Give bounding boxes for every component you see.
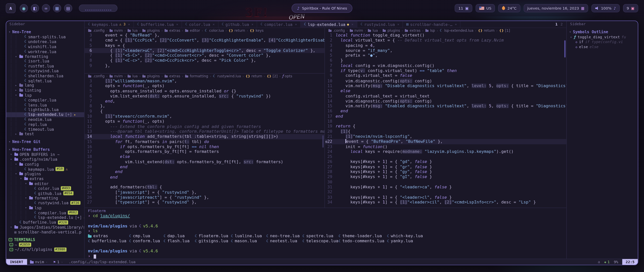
code-line[interactable]: 16 if opts.formatters_by_ft[ft] == nil t… [85,144,324,149]
tree-item-compiler-lua[interactable]: ││││ ☾compiler.lua#682 [6,210,84,215]
tree-item-smart-splits-lua[interactable]: ││ ☾smart-splits.lua [6,35,84,39]
file-entry-conform-lua[interactable]: ☾conform.lua [129,239,164,244]
tab-bufferline-lua[interactable]: ☾bufferline.lua× [134,21,182,27]
file-entry-telescope-lua[interactable]: ☾telescope.lua [302,239,339,244]
scrollbar[interactable] [323,135,324,148]
tree-item-lsp-extended-lu[interactable]: ││││ ☾lsp-extended.lu[+]✦ [6,215,84,220]
tab-number-2[interactable]: 2 [560,22,563,26]
file-entry-which-key-lua[interactable]: ☾which-key.lua [387,234,566,239]
file-entry-flash-lua[interactable]: ☾flash.lua [164,239,195,244]
code-line[interactable]: 17 opts.formatters_by_ft[ft] = formatter… [85,149,324,154]
code-line[interactable]: 8 { [1]"<C-c>", [2]"<cmd>CccPick<cr>", d… [85,58,324,63]
tab-color-lua[interactable]: ☾color.lua× [182,21,218,27]
close-icon[interactable]: × [128,22,130,26]
breadcrumb-item[interactable]: lua [368,28,378,32]
tree-item-worktree-lua[interactable]: ││ ☾worktree.lua [6,49,84,54]
music-widget[interactable]: ♪ Spiritbox - Rule Of Nines [292,4,352,13]
breadcrumb-item[interactable]: {}keys [250,28,264,32]
code-line[interactable]: 33 keys[#keys + 1] = { "<leader>cl", fal… [325,195,566,200]
search-input[interactable] [85,6,111,10]
close-icon[interactable]: × [252,22,254,26]
tree-item-config[interactable]: │▾config [6,162,84,166]
code-line[interactable]: 31 keys[#keys + 1] = { "<leader>ca", fal… [325,185,566,190]
code-line[interactable]: 14 vim.diagnostic.config(opts: config) [325,99,566,104]
file-entry-bufferline-lua[interactable]: ☾bufferline.lua [88,239,129,244]
file-entry-theme-loader-lua[interactable]: ☾theme-loader.lua [338,234,387,239]
code-line[interactable]: 9 config.virtual_text = false [325,73,566,78]
code-line[interactable]: 29 keys[#keys + 1] = { "gI", false } [325,175,566,180]
tree-item-lsp-extended-lu[interactable]: ││ ☾lsp-extended.lu[+]✦ [6,112,84,117]
code-line[interactable]: 17end [325,114,566,119]
code-line[interactable]: 16 end [325,109,566,114]
file-entry-neotest-lua[interactable]: ☾neotest.lua [266,239,302,244]
breadcrumb-item[interactable]: {}return [478,28,495,32]
code-line[interactable]: 25 ["javascript"] = { "rustywind" }, [85,190,324,195]
tree-item-formatting[interactable]: │││▾formatting [6,196,84,200]
code-line[interactable]: 20 [1]{ [325,129,566,134]
code-line[interactable]: 18 [325,119,566,124]
tree-item-lightbulb-lua[interactable]: ││ ☾lightbulb.lua [6,107,84,112]
tree-item-bufferline-lua[interactable]: │ ☾bufferline.lua#328 [6,220,84,225]
code-line[interactable]: 26 keys[#keys + 1] = { "gd", false } [325,159,566,164]
code-line[interactable]: 5 opts.ensure_installed = opts.ensure_in… [85,89,324,94]
breadcrumb-item[interactable]: extras [405,28,421,32]
tree-item-rustfmt-lua[interactable]: ││ ☾rustfmt.lua [6,64,84,69]
code-line[interactable]: 19return { [325,124,566,129]
power-button[interactable]: ◉ [20,4,28,12]
tree-item-github-lua[interactable]: ││││ ☾github.lua#654 [6,191,84,196]
code-line[interactable]: 4 source = "if_many", [325,48,566,53]
tab-github-lua[interactable]: ☾github.lua× [218,21,257,27]
tree-item-juegos-indies-steamlibrary-st[interactable]: ▾Juegos/Indies/SteamLibrary/st [6,225,84,230]
code-line[interactable]: 27 ["typescript"] = { "rustywind" }, [85,200,324,205]
volume-module[interactable]: 100%♪ [591,4,620,12]
code-line[interactable]: 6 { [1]"<leader>uC", [2]"<cmd>CccHighlig… [85,48,324,53]
weather-module[interactable]: 24°C [498,4,520,12]
code-line[interactable]: 2 local virtual_text = { -- Default virt… [325,38,566,43]
tree-item-isort-lua[interactable]: ││ ☾isort.lua [6,59,84,63]
tree-item-sqlfmt-lua[interactable]: ││ ☾sqlfmt.lua [6,78,84,83]
breadcrumb-item[interactable]: .config [328,28,345,32]
file-entry-spectre-lua[interactable]: ☾spectre.lua [302,234,339,239]
tab-compiler-lua[interactable]: ☾compiler.lua× [257,21,301,27]
code-line[interactable]: 12 else [325,88,566,93]
tree-item-linting[interactable]: │▸linting [6,88,84,93]
breadcrumb-item[interactable]: .config [88,28,104,32]
breadcrumb-item[interactable]: nvim [109,74,123,78]
tree-item-compiler-lua[interactable]: ││ ☾compiler.lua [6,98,84,103]
tab-keymaps-lua[interactable]: ☾keymaps.lua⚠ 3× [85,21,134,27]
breadcrumb-item[interactable]: {}[2] [267,74,277,78]
tree-item-config-nvim-lua[interactable]: ▾.config/nvim/lua [6,157,84,162]
tab-lsp-extended-lua[interactable]: ☾lsp-extended.lua●× [301,21,357,27]
file-entry-yanky-lua[interactable]: ☾yanky.lua [387,239,566,244]
tree-item-editor[interactable]: │││▾editor [6,181,84,186]
code-line[interactable]: 8 }, [85,104,324,109]
code-line[interactable]: 26 ["javascriptreact"] = { "rustywind" }… [85,195,324,200]
code-line[interactable]: 4 opts = function(_, opts) [85,84,324,89]
file-entry-dap-lua[interactable]: ☾dap.lua [164,234,195,239]
breadcrumb-item[interactable]: plugins [142,74,160,78]
code-line[interactable]: 6 vim.list_extend(dst: opts.ensure_insta… [85,94,324,99]
tree-item-formatting[interactable]: │▾formatting [6,54,84,59]
code-line[interactable]: 5 prefix = "●", [325,53,566,58]
code-line[interactable]: 7 end, [85,99,324,104]
breadcrumb-item[interactable]: ☾lsp-extended.lua [440,28,473,32]
tree-item-item[interactable]: ›~#2859 [6,242,84,247]
code-line[interactable]: 24 local keys = require(modname: "lazyvi… [325,149,566,154]
breadcrumb-item[interactable]: ƒopts [282,74,292,78]
floaterm-terminal[interactable]: ›cdlua/plugins/ nvim/lua/pluginsvia☾v5.4… [85,213,566,259]
outline-item-else[interactable]: ◇elseelse [567,44,638,49]
file-entry-extras[interactable]: extras [88,234,129,239]
code-line[interactable]: 13 ---@param tbl table<string, conform.F… [85,129,324,134]
code-line[interactable]: 34 keys[#keys + 1] = { [1]"<leader>cil",… [325,200,566,205]
breadcrumb-item[interactable]: nvim [109,28,123,32]
file-entry-cmp-lua[interactable]: ☾cmp.lua [129,234,164,239]
code-line[interactable]: 12 --- Extend the conform plugin config … [85,124,324,129]
file-entry-floaterm-lua[interactable]: ☾floaterm.lua [195,234,231,239]
file-entry-neo-tree-lua[interactable]: ☾neo-tree.lua [266,234,302,239]
breadcrumb-item[interactable]: plugins [142,28,160,32]
editor-pane-color[interactable]: .config›nvim›lua›plugins›extras›editor›☾… [85,28,324,73]
tree-item-shellharden-lua[interactable]: ││ ☾shellharden.lua [6,73,84,78]
breadcrumb-item[interactable]: {}return [246,74,262,78]
tree-item-scrollbar-handle-vertical-p[interactable]: ▤scrollbar-handle-vertical.p [6,230,84,234]
tree-item-test[interactable]: │▸test [6,131,84,136]
